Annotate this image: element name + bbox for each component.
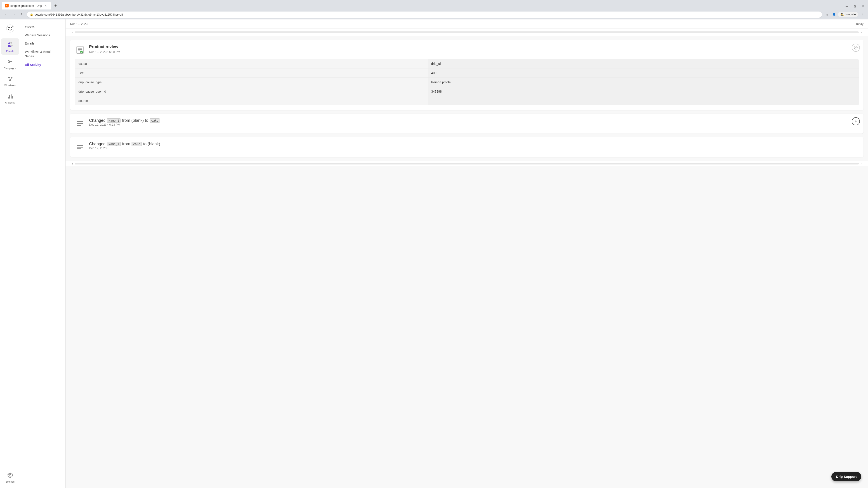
- table-cell-key: drip_cause_user_id: [75, 87, 428, 96]
- url-bar[interactable]: 🔒 getdrip.com/7641396/subscribers/x31t6x…: [27, 11, 822, 18]
- product-review-date: Dec 12, 2023 • 6:28 PM: [89, 50, 120, 54]
- table-cell-key: source: [75, 96, 428, 105]
- svg-rect-33: [77, 147, 83, 148]
- changed-1-title: Changed Name_1 from (blank) to cake: [89, 118, 859, 123]
- left-panel-item-orders[interactable]: Orders: [20, 23, 65, 31]
- svg-rect-34: [77, 149, 81, 149]
- tab-title: bingo@gmail.com - Drip: [10, 4, 42, 7]
- svg-line-15: [9, 78, 10, 80]
- timeline-end-date: Today: [856, 22, 864, 26]
- forward-button[interactable]: ›: [11, 11, 17, 18]
- sidebar-item-settings[interactable]: Settings: [1, 469, 19, 485]
- svg-point-2: [6, 25, 14, 32]
- sidebar-item-campaigns[interactable]: Campaigns: [1, 56, 19, 72]
- table-row: drip_cause_user_id 347898: [75, 87, 859, 96]
- svg-rect-19: [11, 94, 11, 98]
- horizontal-scroll: ‹ ›: [66, 161, 868, 166]
- changed-1-middle: from (blank) to: [122, 118, 148, 123]
- table-cell-key: Lee: [75, 68, 428, 78]
- svg-point-6: [12, 26, 13, 27]
- timeline-start-date: Dec 12, 2023: [70, 22, 88, 26]
- table-cell-key: cause: [75, 59, 428, 68]
- svg-point-10: [10, 45, 13, 46]
- svg-point-3: [8, 27, 10, 28]
- svg-rect-18: [9, 95, 10, 98]
- url-text: getdrip.com/7641396/subscribers/x31t6xtu…: [35, 13, 819, 16]
- changed-2-suffix: to (blank): [143, 142, 160, 147]
- sidebar-item-campaigns-label: Campaigns: [4, 67, 17, 70]
- sidebar-item-analytics-label: Analytics: [5, 101, 15, 104]
- changed-card-2: Changed Name_1 from cake to (blank) Dec …: [70, 137, 864, 157]
- product-review-action-btn[interactable]: [852, 43, 860, 52]
- restore-btn[interactable]: ⧉: [852, 3, 858, 9]
- table-row: drip_cause_type Person profile: [75, 78, 859, 87]
- h-scroll-left-btn[interactable]: ‹: [70, 162, 75, 165]
- timeline-section: Dec 12, 2023 Today ‹ ›: [66, 20, 868, 36]
- browser-chrome: D bingo@gmail.com - Drip × + ─ ⧉ ✕ ‹ › ↻…: [0, 0, 868, 20]
- svg-point-9: [8, 45, 11, 47]
- svg-rect-31: [77, 125, 81, 126]
- changed-2-date: Dec 12, 2023 •: [89, 147, 859, 150]
- bookmark-btn[interactable]: ☆: [824, 11, 830, 18]
- tab-favicon: D: [5, 4, 8, 7]
- incognito-icon: 🕵: [840, 13, 844, 16]
- left-panel-item-all-activity[interactable]: All Activity: [20, 61, 65, 69]
- table-row: Lee 400: [75, 68, 859, 78]
- changed-1-add-btn[interactable]: +: [852, 117, 860, 125]
- activity-section: Product review Dec 12, 2023 • 6:28 PM ca…: [66, 36, 868, 161]
- window-controls: ─ ⧉ ✕: [842, 3, 868, 9]
- h-scroll-bar[interactable]: [75, 163, 859, 164]
- back-button[interactable]: ‹: [3, 11, 9, 18]
- svg-rect-30: [77, 123, 83, 124]
- drip-support-label: Drip Support: [836, 475, 857, 479]
- close-btn[interactable]: ✕: [860, 3, 866, 9]
- timeline-scroll-right-btn[interactable]: ›: [859, 30, 864, 34]
- h-scroll-right-btn[interactable]: ›: [859, 162, 864, 165]
- left-panel-item-emails[interactable]: Emails: [20, 39, 65, 47]
- new-tab-button[interactable]: +: [53, 2, 59, 9]
- timeline-scroll-bar: ‹ ›: [66, 29, 868, 36]
- product-review-header: Product review Dec 12, 2023 • 6:28 PM: [74, 44, 859, 55]
- svg-rect-14: [9, 80, 11, 81]
- svg-point-21: [9, 475, 11, 476]
- timeline-bar[interactable]: [75, 31, 859, 33]
- changed-1-prefix: Changed: [89, 118, 105, 123]
- product-review-title: Product review: [89, 44, 120, 49]
- drip-support-button[interactable]: Drip Support: [831, 472, 861, 481]
- changed-2-value: cake: [131, 142, 142, 146]
- changed-1-icon: [74, 118, 86, 129]
- svg-rect-32: [77, 145, 83, 146]
- tab-close-btn[interactable]: ×: [44, 4, 48, 8]
- changed-1-field: Name_1: [107, 119, 121, 123]
- reload-button[interactable]: ↻: [19, 11, 25, 18]
- changed-2-title: Changed Name_1 from cake to (blank): [89, 142, 859, 147]
- left-panel-item-website-sessions[interactable]: Website Sessions: [20, 31, 65, 39]
- sidebar-item-people[interactable]: People: [1, 38, 19, 55]
- changed-2-prefix: Changed: [89, 142, 105, 147]
- sidebar-item-settings-label: Settings: [6, 480, 15, 483]
- product-review-table: cause drip_ui Lee 400 drip_cause_type Pe…: [74, 59, 859, 105]
- profile-btn[interactable]: 👤: [831, 11, 837, 18]
- svg-rect-17: [8, 97, 9, 98]
- people-icon: [6, 41, 14, 49]
- sidebar-logo[interactable]: [1, 22, 19, 35]
- menu-btn[interactable]: ⋮: [859, 11, 865, 18]
- tab-bar: D bingo@gmail.com - Drip × + ─ ⧉ ✕: [0, 0, 868, 9]
- timeline-scroll-left-btn[interactable]: ‹: [70, 30, 75, 34]
- svg-rect-12: [8, 77, 10, 78]
- logo-icon: [6, 24, 14, 33]
- table-cell-key: drip_cause_type: [75, 78, 428, 87]
- campaigns-icon: [6, 58, 14, 66]
- sidebar-item-workflows-label: Workflows: [4, 84, 16, 87]
- settings-icon: [6, 471, 14, 480]
- changed-1-value: cake: [150, 119, 160, 123]
- minimize-btn[interactable]: ─: [844, 3, 850, 9]
- sidebar-item-workflows[interactable]: Workflows: [1, 73, 19, 89]
- sidebar-item-analytics[interactable]: Analytics: [1, 90, 19, 106]
- timeline-header: Dec 12, 2023 Today: [66, 20, 868, 29]
- browser-tab[interactable]: D bingo@gmail.com - Drip ×: [2, 2, 51, 9]
- incognito-btn[interactable]: 🕵 Incognito: [838, 12, 858, 17]
- svg-point-8: [10, 42, 12, 43]
- left-panel-item-workflows-email[interactable]: Workflows & Email Series: [20, 47, 65, 61]
- changed-2-header: Changed Name_1 from cake to (blank) Dec …: [74, 142, 859, 153]
